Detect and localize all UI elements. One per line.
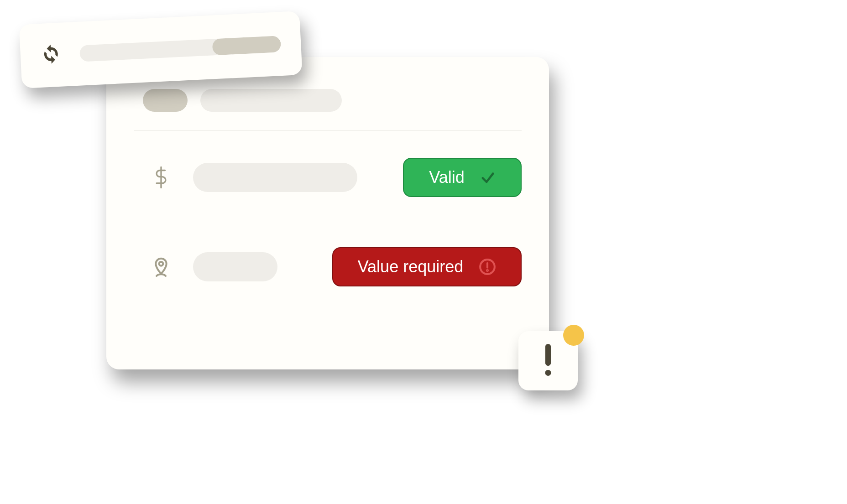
form-row-price: Valid xyxy=(134,158,522,197)
price-field-placeholder[interactable] xyxy=(193,163,357,192)
refresh-icon xyxy=(40,43,62,67)
notification-dot xyxy=(563,325,584,346)
status-label: Valid xyxy=(429,168,464,187)
exclamation-icon xyxy=(543,344,554,378)
progress-track xyxy=(79,36,281,62)
status-label: Value required xyxy=(358,257,464,276)
notification-card[interactable] xyxy=(518,331,578,390)
location-field-placeholder[interactable] xyxy=(193,252,277,281)
progress-card xyxy=(19,11,303,88)
divider xyxy=(134,130,522,130)
svg-point-6 xyxy=(545,370,551,376)
status-badge-error: Value required xyxy=(332,247,522,286)
dollar-icon xyxy=(147,166,175,188)
header-chip-placeholder xyxy=(143,89,188,112)
card-header xyxy=(143,89,522,130)
form-card: Valid Value required xyxy=(106,57,549,369)
svg-point-4 xyxy=(487,270,488,271)
check-icon xyxy=(480,170,496,185)
form-row-location: Value required xyxy=(134,247,522,286)
location-pin-icon xyxy=(147,255,175,278)
svg-rect-5 xyxy=(545,344,551,366)
svg-point-1 xyxy=(159,262,163,266)
progress-fill xyxy=(212,36,282,55)
alert-circle-icon xyxy=(479,258,496,275)
status-badge-valid: Valid xyxy=(403,158,522,197)
header-title-placeholder xyxy=(200,89,342,112)
